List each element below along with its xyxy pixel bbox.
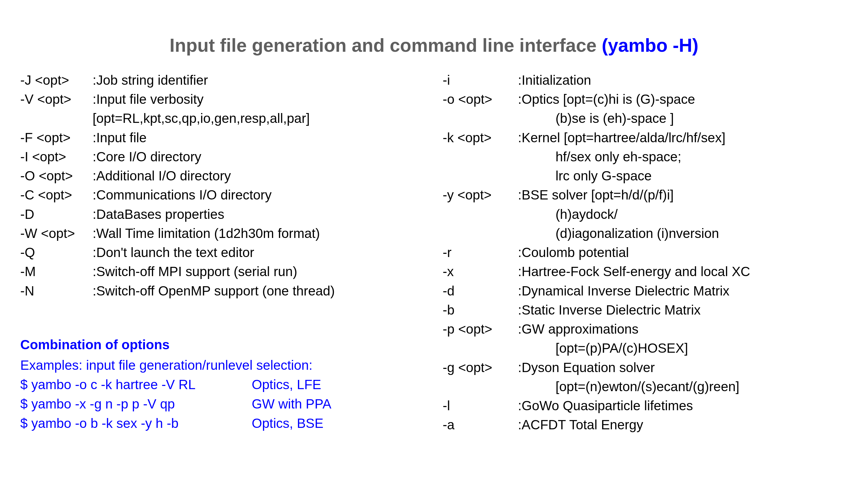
option-row: -I <opt>:Core I/O directory (20, 147, 425, 166)
option-desc: :Input file (93, 128, 425, 147)
option-flag (443, 377, 518, 396)
option-flag (443, 224, 518, 243)
option-desc: :BSE solver [opt=h/d/(p/f)i] (518, 185, 848, 204)
option-flag: -D (20, 205, 93, 224)
option-desc: :DataBases properties (93, 205, 425, 224)
option-flag: -r (443, 243, 518, 262)
option-desc: hf/sex only eh-space; (518, 147, 848, 166)
option-desc: :Core I/O directory (93, 147, 425, 166)
option-flag: -g <opt> (443, 358, 518, 377)
option-row: -C <opt>:Communications I/O directory (20, 185, 425, 204)
option-row: -N:Switch-off OpenMP support (one thread… (20, 281, 425, 300)
option-desc: :Dynamical Inverse Dielectric Matrix (518, 281, 848, 300)
option-row: -p <opt>:GW approximations (443, 320, 848, 338)
option-flag: -M (20, 262, 93, 281)
option-desc: :Communications I/O directory (93, 185, 425, 204)
option-desc: :GoWo Quasiparticle lifetimes (518, 396, 848, 415)
option-row: [opt=RL,kpt,sc,qp,io,gen,resp,all,par] (20, 109, 425, 128)
combo-label: Optics, LFE (252, 375, 321, 394)
option-desc: lrc only G-space (518, 166, 848, 185)
option-flag: -o <opt> (443, 90, 518, 109)
option-desc: :Don't launch the text editor (93, 243, 425, 262)
option-flag: -V <opt> (20, 90, 93, 109)
option-flag (443, 205, 518, 224)
option-desc: :Coulomb potential (518, 243, 848, 262)
option-flag: -l (443, 396, 518, 415)
option-flag (443, 338, 518, 358)
page-title: Input file generation and command line i… (20, 35, 848, 56)
option-flag (443, 166, 518, 185)
right-column: -i:Initialization-o <opt>:Optics [opt=(c… (443, 70, 848, 434)
option-desc: [opt=(p)PA/(c)HOSEX] (518, 338, 848, 358)
option-desc: :Kernel [opt=hartree/alda/lrc/hf/sex] (518, 128, 848, 147)
option-desc: :Switch-off OpenMP support (one thread) (93, 281, 425, 300)
option-flag (443, 109, 518, 128)
combo-example-row: $ yambo -x -g n -p p -V qpGW with PPA (20, 394, 425, 414)
option-row: -W <opt>:Wall Time limitation (1d2h30m f… (20, 224, 425, 243)
combo-rows: $ yambo -o c -k hartree -V RLOptics, LFE… (20, 375, 425, 433)
option-flag: -a (443, 415, 518, 434)
option-row: -i:Initialization (443, 70, 848, 90)
option-desc: :Dyson Equation solver (518, 358, 848, 377)
option-row: -l:GoWo Quasiparticle lifetimes (443, 396, 848, 415)
option-desc: :Additional I/O directory (93, 166, 425, 185)
option-flag: -O <opt> (20, 166, 93, 185)
option-row: -F <opt>:Input file (20, 128, 425, 147)
option-row: [opt=(n)ewton/(s)ecant/(g)reen] (443, 377, 848, 396)
option-desc: :Initialization (518, 70, 848, 90)
option-flag: -C <opt> (20, 185, 93, 204)
option-desc: :GW approximations (518, 320, 848, 338)
option-desc: [opt=(n)ewton/(s)ecant/(g)reen] (518, 377, 848, 396)
option-row: -k <opt>:Kernel [opt=hartree/alda/lrc/hf… (443, 128, 848, 147)
option-row: -b:Static Inverse Dielectric Matrix (443, 300, 848, 320)
option-flag: -k <opt> (443, 128, 518, 147)
option-row: -g <opt>:Dyson Equation solver (443, 358, 848, 377)
option-desc: :ACFDT Total Energy (518, 415, 848, 434)
option-desc: :Hartree-Fock Self-energy and local XC (518, 262, 848, 281)
option-row: -o <opt>:Optics [opt=(c)hi is (G)-space (443, 90, 848, 109)
option-flag: -i (443, 70, 518, 90)
option-row: -a:ACFDT Total Energy (443, 415, 848, 434)
option-row: -d:Dynamical Inverse Dielectric Matrix (443, 281, 848, 300)
option-flag (443, 147, 518, 166)
option-flag (20, 109, 93, 128)
option-row: (b)se is (eh)-space ] (443, 109, 848, 128)
option-desc: :Switch-off MPI support (serial run) (93, 262, 425, 281)
combo-label: GW with PPA (252, 394, 331, 414)
option-row: -V <opt>:Input file verbosity (20, 90, 425, 109)
option-row: lrc only G-space (443, 166, 848, 185)
option-desc: :Static Inverse Dielectric Matrix (518, 300, 848, 320)
option-flag: -d (443, 281, 518, 300)
option-desc: :Wall Time limitation (1d2h30m format) (93, 224, 425, 243)
title-blue: (yambo -H) (602, 35, 699, 56)
columns: -J <opt>:Job string identifier-V <opt>:I… (20, 70, 848, 434)
combo-command: $ yambo -x -g n -p p -V qp (20, 394, 252, 414)
option-desc: :Job string identifier (93, 70, 425, 90)
option-row: -r:Coulomb potential (443, 243, 848, 262)
option-flag: -y <opt> (443, 185, 518, 204)
option-row: (h)aydock/ (443, 205, 848, 224)
combo-command: $ yambo -o c -k hartree -V RL (20, 375, 252, 394)
combo-label: Optics, BSE (252, 414, 323, 433)
option-desc: :Input file verbosity (93, 90, 425, 109)
option-row: -M:Switch-off MPI support (serial run) (20, 262, 425, 281)
combo-example-row: $ yambo -o b -k sex -y h -bOptics, BSE (20, 414, 425, 433)
option-flag: -p <opt> (443, 320, 518, 338)
option-row: -J <opt>:Job string identifier (20, 70, 425, 90)
option-row: -O <opt>:Additional I/O directory (20, 166, 425, 185)
option-row: (d)iagonalization (i)nversion (443, 224, 848, 243)
option-row: -x:Hartree-Fock Self-energy and local XC (443, 262, 848, 281)
combo-title: Combination of options (20, 335, 425, 354)
left-option-list: -J <opt>:Job string identifier-V <opt>:I… (20, 70, 425, 300)
option-row: hf/sex only eh-space; (443, 147, 848, 166)
option-flag: -N (20, 281, 93, 300)
left-column: -J <opt>:Job string identifier-V <opt>:I… (20, 70, 425, 434)
option-flag: -I <opt> (20, 147, 93, 166)
option-row: -Q:Don't launch the text editor (20, 243, 425, 262)
option-row: -y <opt>:BSE solver [opt=h/d/(p/f)i] (443, 185, 848, 204)
option-flag: -J <opt> (20, 70, 93, 90)
option-row: -D:DataBases properties (20, 205, 425, 224)
option-flag: -Q (20, 243, 93, 262)
option-flag: -x (443, 262, 518, 281)
slide: Input file generation and command line i… (0, 0, 868, 488)
